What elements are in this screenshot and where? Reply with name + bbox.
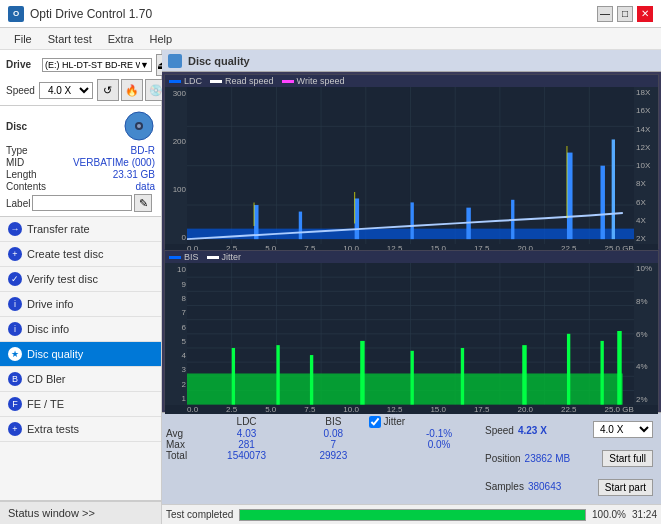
app-icon: O <box>8 6 24 22</box>
stats-bar: LDC BIS Jitter Avg 4.03 0.08 <box>162 412 661 504</box>
nav-verify-test-disc[interactable]: ✓ Verify test disc <box>0 267 161 292</box>
disc-mid-value: VERBATIMe (000) <box>73 157 155 168</box>
nav-cd-bler[interactable]: B CD Bler <box>0 367 161 392</box>
menu-start-test[interactable]: Start test <box>40 31 100 47</box>
disc-label-input[interactable] <box>32 195 132 211</box>
disc-type-value: BD-R <box>131 145 155 156</box>
status-window-button[interactable]: Status window >> <box>0 501 161 524</box>
speed-select[interactable]: 4.0 X 2.0 X 8.0 X <box>39 82 93 99</box>
drive-select[interactable]: (E:) HL-DT-ST BD-RE WH16NS58 TST4 ▼ <box>42 58 152 72</box>
svg-rect-58 <box>617 331 621 405</box>
svg-rect-19 <box>355 198 359 239</box>
samples-value: 380643 <box>528 481 561 492</box>
nav-create-test-disc[interactable]: + Create test disc <box>0 242 161 267</box>
sidebar-bottom: Status window >> <box>0 500 161 524</box>
svg-rect-50 <box>276 346 279 405</box>
disc-label-edit-button[interactable]: ✎ <box>134 194 152 212</box>
menu-extra[interactable]: Extra <box>100 31 142 47</box>
svg-rect-18 <box>299 212 302 240</box>
close-button[interactable]: ✕ <box>637 6 653 22</box>
cd-bler-icon: B <box>8 372 22 386</box>
start-full-button[interactable]: Start full <box>602 450 653 467</box>
avg-bis: 0.08 <box>297 428 369 439</box>
disc-info-icon: i <box>8 322 22 336</box>
speed-label: Speed <box>6 85 35 96</box>
avg-ldc: 4.03 <box>196 428 297 439</box>
jitter-legend-label: Jitter <box>222 252 242 262</box>
total-bis: 29923 <box>297 450 369 461</box>
burn-button[interactable]: 🔥 <box>121 79 143 101</box>
nav-extra-tests[interactable]: + Extra tests <box>0 417 161 442</box>
disc-length-value: 23.31 GB <box>113 169 155 180</box>
nav-transfer-rate[interactable]: → Transfer rate <box>0 217 161 242</box>
svg-rect-24 <box>600 166 604 239</box>
disc-label-label: Label <box>6 198 30 209</box>
drive-select-text: (E:) HL-DT-ST BD-RE WH16NS58 TST4 <box>45 60 140 70</box>
svg-rect-53 <box>411 351 414 405</box>
nav-drive-info[interactable]: i Drive info <box>0 292 161 317</box>
nav-fe-te[interactable]: F FE / TE <box>0 392 161 417</box>
start-part-button[interactable]: Start part <box>598 479 653 496</box>
disc-quality-icon: ★ <box>8 347 22 361</box>
svg-rect-48 <box>187 374 623 405</box>
disc-mid-label: MID <box>6 157 24 168</box>
right-controls: 4.0 X 2.0 X 8.0 X Start full Start part <box>589 415 657 502</box>
drive-section: Drive (E:) HL-DT-ST BD-RE WH16NS58 TST4 … <box>0 50 161 106</box>
titlebar: O Opti Drive Control 1.70 — □ ✕ <box>0 0 661 28</box>
progress-bar <box>239 509 586 521</box>
disc-length-label: Length <box>6 169 37 180</box>
disc-icon[interactable] <box>123 110 155 142</box>
position-value: 23862 MB <box>525 453 571 464</box>
svg-rect-56 <box>567 334 570 405</box>
stats-table-container: LDC BIS Jitter Avg 4.03 0.08 <box>166 415 473 502</box>
progress-percent: 100.0% <box>592 509 626 520</box>
refresh-button[interactable]: ↺ <box>97 79 119 101</box>
minimize-button[interactable]: — <box>597 6 613 22</box>
fe-te-icon: F <box>8 397 22 411</box>
write-speed-legend-label: Write speed <box>297 76 345 86</box>
nav-disc-info[interactable]: i Disc info <box>0 317 161 342</box>
write-speed-legend: Write speed <box>282 76 345 86</box>
bis-chart-svg <box>187 263 634 405</box>
svg-point-2 <box>137 124 141 128</box>
bis-chart: BIS Jitter 10 9 8 7 6 <box>164 250 659 410</box>
extra-tests-icon: + <box>8 422 22 436</box>
jitter-checkbox-label: Jitter <box>383 416 405 427</box>
disc-contents-label: Contents <box>6 181 46 192</box>
nav-disc-quality[interactable]: ★ Disc quality <box>0 342 161 367</box>
ldc-legend: LDC <box>169 76 202 86</box>
total-ldc: 1540073 <box>196 450 297 461</box>
progress-section: Test completed 100.0% 31:24 <box>162 504 661 524</box>
ldc-header: LDC <box>196 415 297 428</box>
svg-rect-20 <box>411 202 414 239</box>
disc-contents-value: data <box>136 181 155 192</box>
svg-rect-57 <box>600 341 603 405</box>
menu-help[interactable]: Help <box>141 31 180 47</box>
svg-rect-23 <box>567 153 573 240</box>
disc-quality-title: Disc quality <box>188 55 250 67</box>
test-status: Test completed <box>166 509 233 520</box>
maximize-button[interactable]: □ <box>617 6 633 22</box>
bis-header: BIS <box>297 415 369 428</box>
avg-label: Avg <box>166 428 196 439</box>
verify-test-disc-icon: ✓ <box>8 272 22 286</box>
menubar: File Start test Extra Help <box>0 28 661 50</box>
position-label: Position <box>485 453 521 464</box>
speed-dropdown[interactable]: 4.0 X 2.0 X 8.0 X <box>593 421 653 438</box>
max-bis: 7 <box>297 439 369 450</box>
svg-rect-25 <box>612 139 615 239</box>
menu-file[interactable]: File <box>6 31 40 47</box>
sidebar: Drive (E:) HL-DT-ST BD-RE WH16NS58 TST4 … <box>0 50 162 524</box>
progress-bar-fill <box>240 510 585 520</box>
disc-section: Disc Type BD-R MID VERBATIMe (000) Leng <box>0 106 161 217</box>
disc-type-label: Type <box>6 145 28 156</box>
progress-time: 31:24 <box>632 509 657 520</box>
main-layout: Drive (E:) HL-DT-ST BD-RE WH16NS58 TST4 … <box>0 50 661 524</box>
titlebar-title: Opti Drive Control 1.70 <box>30 7 152 21</box>
jitter-checkbox[interactable] <box>369 416 381 428</box>
charts-container: LDC Read speed Write speed 300 <box>162 72 661 412</box>
transfer-rate-icon: → <box>8 222 22 236</box>
titlebar-left: O Opti Drive Control 1.70 <box>8 6 152 22</box>
ldc-chart-svg <box>187 87 634 244</box>
max-ldc: 281 <box>196 439 297 450</box>
